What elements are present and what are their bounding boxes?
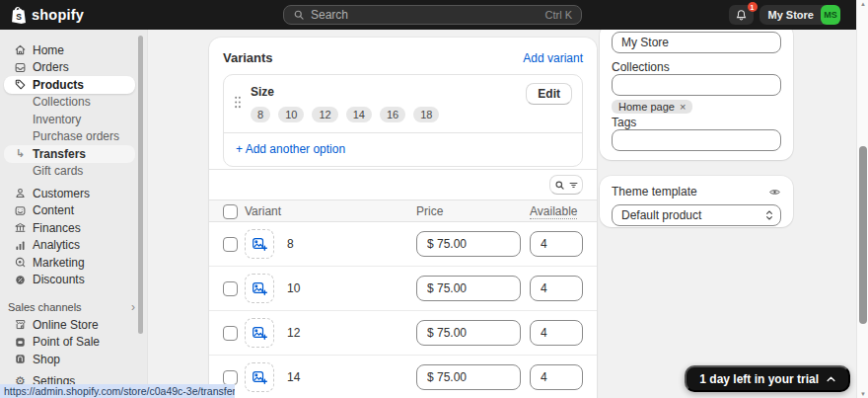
option-value-pill: 14 xyxy=(346,107,372,122)
row-checkbox[interactable] xyxy=(223,326,238,341)
variants-card-title: Variants xyxy=(223,50,273,65)
sidebar-item-finances[interactable]: Finances xyxy=(4,219,135,237)
sidebar-item-label: Online Store xyxy=(33,318,99,332)
collection-tag-label: Home page xyxy=(618,101,675,113)
available-input[interactable] xyxy=(530,364,583,390)
store-name: My Store xyxy=(768,9,814,21)
sidebar-item-point-of-sale[interactable]: Point of Sale xyxy=(4,334,135,352)
sidebar-item-label: Inventory xyxy=(33,113,81,126)
store-field-input[interactable] xyxy=(612,32,781,53)
sidebar-item-shop[interactable]: Shop xyxy=(4,351,135,368)
add-variant-link[interactable]: Add variant xyxy=(523,51,583,65)
sidebar-item-content[interactable]: Content xyxy=(4,202,135,220)
products-tag-icon xyxy=(13,77,28,92)
browser-scrollbar[interactable]: ▲ ▼ xyxy=(856,0,868,398)
row-checkbox[interactable] xyxy=(223,370,238,385)
sidebar-item-label: Discounts xyxy=(33,273,85,286)
search-placeholder: Search xyxy=(311,8,348,22)
shopify-logo[interactable]: S shopify xyxy=(12,0,84,30)
collections-label: Collections xyxy=(612,60,670,74)
table-row: 14 xyxy=(209,356,597,398)
search-icon xyxy=(293,9,305,21)
tags-label: Tags xyxy=(612,116,636,129)
sidebar-item-online-store[interactable]: Online Store xyxy=(4,316,135,334)
status-url-tooltip: https://admin.shopify.com/store/c0a49c-3… xyxy=(0,384,235,398)
row-checkbox[interactable] xyxy=(223,237,238,252)
trial-countdown-button[interactable]: 1 day left in your trial xyxy=(685,365,850,392)
row-checkbox[interactable] xyxy=(223,281,238,296)
price-input[interactable] xyxy=(416,231,521,257)
search-filter-button[interactable] xyxy=(549,175,583,195)
sidebar-item-products[interactable]: Products xyxy=(4,76,135,94)
topbar-actions: 1 My Store MS xyxy=(729,5,840,25)
sidebar-item-customers[interactable]: Customers xyxy=(4,185,135,202)
notifications-button[interactable]: 1 xyxy=(729,5,754,25)
scroll-up-arrow[interactable]: ▲ xyxy=(857,1,868,7)
option-value-pill: 10 xyxy=(278,107,304,122)
store-menu-button[interactable]: My Store MS xyxy=(760,5,840,25)
trial-countdown-label: 1 day left in your trial xyxy=(699,372,819,386)
table-row: 10 xyxy=(209,267,597,311)
sidebar-item-label: Customers xyxy=(33,187,90,200)
eye-icon[interactable] xyxy=(768,186,781,199)
table-row: 12 xyxy=(209,311,597,356)
scrollbar-thumb[interactable] xyxy=(859,146,867,324)
available-input[interactable] xyxy=(530,276,583,301)
theme-template-select[interactable]: Default product xyxy=(612,204,781,226)
add-image-button[interactable] xyxy=(245,362,274,392)
add-image-button[interactable] xyxy=(245,274,274,303)
column-header-available[interactable]: Available xyxy=(530,204,577,219)
price-input[interactable] xyxy=(416,320,521,346)
sidebar-item-label: Gift cards xyxy=(33,164,83,178)
online-store-icon xyxy=(13,317,28,332)
sidebar-item-discounts[interactable]: Discounts xyxy=(4,272,135,289)
shopify-bag-icon: S xyxy=(12,7,27,24)
sidebar-item-transfers[interactable]: ↳ Transfers xyxy=(4,145,135,163)
variant-size-label: 12 xyxy=(287,326,300,340)
option-value-pill: 16 xyxy=(380,107,405,122)
sidebar-item-analytics[interactable]: Analytics xyxy=(4,237,135,255)
price-input[interactable] xyxy=(416,276,521,301)
bell-icon xyxy=(735,9,748,22)
column-header-variant[interactable]: Variant xyxy=(245,204,281,218)
add-image-button[interactable] xyxy=(245,318,274,348)
sidebar-scrollbar[interactable] xyxy=(138,36,143,334)
theme-template-card: Theme template Default product xyxy=(600,176,793,227)
add-image-button[interactable] xyxy=(245,229,274,259)
sidebar-item-label: Finances xyxy=(33,221,81,235)
sidebar-nav: Home Orders Products Collections Invento… xyxy=(0,30,148,398)
column-header-price[interactable]: Price xyxy=(416,204,443,218)
sidebar-item-purchase-orders[interactable]: Purchase orders xyxy=(4,128,135,146)
drag-handle-icon[interactable] xyxy=(231,96,245,122)
sidebar-item-home[interactable]: Home xyxy=(4,41,135,59)
select-stepper-icon xyxy=(765,209,773,221)
variants-card: Variants Add variant Size 8 10 12 14 16 … xyxy=(209,38,597,398)
variant-size-label: 14 xyxy=(287,370,300,384)
chevron-up-icon xyxy=(827,376,835,382)
sidebar-item-marketing[interactable]: Marketing xyxy=(4,254,135,272)
collections-input[interactable] xyxy=(612,74,781,96)
add-another-option-link[interactable]: + Add another option xyxy=(224,133,582,166)
sidebar-item-inventory[interactable]: Inventory xyxy=(4,111,135,128)
notification-badge: 1 xyxy=(748,2,758,12)
sidebar-item-gift-cards[interactable]: Gift cards xyxy=(4,163,135,181)
scroll-down-arrow[interactable]: ▼ xyxy=(857,391,868,397)
available-input[interactable] xyxy=(530,231,583,257)
edit-option-button[interactable]: Edit xyxy=(526,83,572,105)
select-all-checkbox[interactable] xyxy=(223,204,238,219)
collection-tag: Home page × xyxy=(612,100,692,114)
option-box: Size 8 10 12 14 16 18 Edit + Add another… xyxy=(223,74,583,167)
global-search-input[interactable]: Search Ctrl K xyxy=(283,5,582,25)
price-input[interactable] xyxy=(416,364,521,390)
available-input[interactable] xyxy=(530,320,583,346)
sidebar-item-label: Content xyxy=(33,203,74,217)
sidebar-item-collections[interactable]: Collections xyxy=(4,94,135,112)
svg-text:S: S xyxy=(16,11,22,21)
search-icon xyxy=(554,180,565,191)
sidebar-item-label: Shop xyxy=(33,353,60,366)
sales-channels-header[interactable]: Sales channels › xyxy=(8,299,135,314)
tags-input[interactable] xyxy=(612,129,781,151)
remove-tag-icon[interactable]: × xyxy=(680,101,686,113)
sidebar-item-label: Home xyxy=(33,43,64,57)
sidebar-item-orders[interactable]: Orders xyxy=(4,59,135,77)
